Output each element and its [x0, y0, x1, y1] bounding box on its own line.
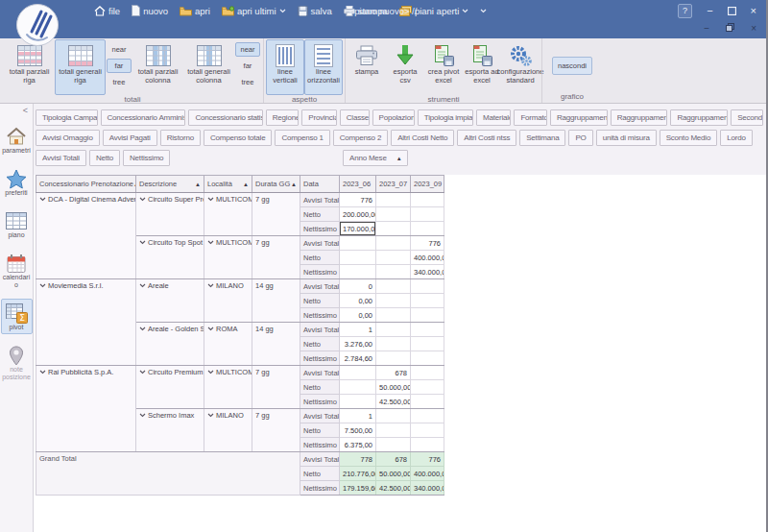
field-chip-po[interactable]: PO — [568, 130, 592, 146]
value-cell[interactable]: 0,00 — [340, 308, 376, 323]
menu-item-piani-aperti[interactable]: piani aperti — [394, 0, 474, 21]
value-cell[interactable] — [376, 265, 411, 279]
measure-label-cell[interactable]: Avvisi Totali — [300, 323, 340, 337]
value-cell[interactable] — [411, 395, 444, 409]
field-chip-avvisi-omaggio[interactable]: Avvisi Omaggio — [36, 130, 100, 146]
crea-pivot-excel-button[interactable]: crea pivot excel — [424, 39, 463, 95]
sidebar-item-calendario[interactable]: calendario — [1, 249, 33, 292]
column-header-concessionario-prenotazione[interactable]: Concessionario Prenotazione▲ — [36, 176, 136, 193]
row-group-localita[interactable]: MULTICOMUNE — [204, 236, 252, 279]
mdi-minimize-button[interactable]: − — [704, 24, 709, 34]
esporta-ad-excel-button[interactable]: esporta ad excel — [463, 39, 501, 95]
column-header-2023-09[interactable]: 2023_09 — [411, 176, 444, 193]
linee-orizzontali-button[interactable]: linee orizzontali — [304, 39, 343, 95]
field-chip-altri-costi-ntss[interactable]: Altri Costi ntss — [457, 130, 516, 146]
measure-label-cell[interactable]: Nettissimo — [300, 308, 340, 323]
grand-total-value-cell[interactable]: 340.000,00 — [411, 481, 444, 496]
row-group-descrizione[interactable]: Areale - Golden Spot — [136, 323, 204, 366]
field-chip-avvisi-totali[interactable]: Avvisi Totali — [36, 150, 86, 166]
value-cell[interactable]: 0,00 — [340, 294, 376, 308]
field-chip-materiale[interactable]: Materiale — [476, 109, 511, 126]
measure-label-cell[interactable]: Netto — [300, 423, 340, 438]
row-group-concessionario[interactable]: Rai Pubblicità S.p.A. — [36, 366, 136, 452]
value-cell[interactable] — [376, 409, 411, 423]
field-chip-tipologia-impianto[interactable]: Tipologia impianto — [418, 109, 473, 126]
value-cell[interactable] — [376, 438, 411, 452]
value-cell[interactable]: 6.375,00 — [340, 438, 376, 452]
value-cell[interactable]: 678 — [376, 366, 411, 380]
grand-total-value-cell[interactable]: 778 — [340, 452, 376, 467]
sidebar-item-piano[interactable]: piano — [1, 206, 33, 242]
field-chip-anno-mese[interactable]: Anno Mese▲ — [343, 150, 408, 166]
row-group-concessionario[interactable]: DCA - Digital Cinema Advertising S.r.l. — [36, 193, 136, 279]
value-cell[interactable] — [340, 380, 376, 395]
totali-generali-colonna-button[interactable]: totali generali colonna — [183, 39, 234, 95]
measure-label-cell[interactable]: Netto — [300, 467, 340, 481]
maximize-button[interactable] — [728, 7, 736, 15]
value-cell[interactable] — [376, 251, 411, 265]
sidebar-collapse-icon[interactable]: < — [18, 104, 33, 115]
value-cell[interactable]: 7.500,00 — [340, 423, 376, 438]
measure-label-cell[interactable]: Nettissimo — [300, 222, 340, 236]
row-group-descrizione[interactable]: Schermo Imax — [136, 409, 204, 452]
help-button[interactable]: ? — [678, 4, 692, 18]
row-group-localita[interactable]: MILANO — [204, 279, 252, 323]
near-toggle-button[interactable]: near — [235, 42, 260, 57]
measure-label-cell[interactable]: Netto — [300, 251, 340, 265]
totali-generali-riga-button[interactable]: totali generali riga — [55, 39, 106, 95]
measure-label-cell[interactable]: Avvisi Totali — [300, 193, 340, 207]
value-cell[interactable] — [411, 323, 444, 337]
row-group-localita[interactable]: MULTICOMUNE — [204, 193, 252, 236]
value-cell[interactable] — [411, 366, 444, 380]
measure-label-cell[interactable]: Avvisi Totali — [300, 366, 340, 380]
sidebar-item-preferiti[interactable]: preferiti — [1, 164, 33, 200]
row-group-durata[interactable]: 14 gg — [252, 279, 300, 323]
value-cell[interactable]: 50.000,00 — [376, 380, 411, 395]
field-chip-popolazione[interactable]: Popolazione — [372, 109, 415, 126]
field-chip-concessionario-amministrativo[interactable]: Concessionario Amministrativo — [101, 109, 186, 126]
column-header-descrizione[interactable]: Descrizione▲ — [136, 176, 204, 193]
value-cell[interactable] — [376, 337, 411, 351]
measure-label-cell[interactable]: Avvisi Totali — [300, 279, 340, 294]
field-chip-formato[interactable]: Formato — [514, 109, 547, 126]
measure-label-cell[interactable]: Netto — [300, 294, 340, 308]
measure-label-cell[interactable]: Netto — [300, 380, 340, 395]
menu-item-apri-ultimi[interactable]: apri ultimi — [216, 0, 292, 21]
value-cell[interactable] — [411, 380, 444, 395]
measure-label-cell[interactable]: Nettissimo — [300, 481, 340, 496]
field-chip-avvisi-pagati[interactable]: Avvisi Pagati — [103, 130, 157, 146]
value-cell[interactable] — [411, 193, 444, 207]
tree-toggle-button[interactable]: tree — [235, 75, 260, 89]
row-group-descrizione[interactable]: Circuito Top Spot — [136, 236, 204, 279]
near-toggle-button[interactable]: near — [107, 42, 132, 57]
menu-item-file[interactable]: file — [88, 0, 126, 21]
minimize-button[interactable]: − — [707, 6, 712, 16]
value-cell[interactable] — [376, 222, 411, 236]
measure-label-cell[interactable]: Avvisi Totali — [300, 452, 340, 467]
row-group-localita[interactable]: MILANO — [204, 409, 252, 452]
close-button[interactable]: × — [751, 6, 756, 16]
measure-label-cell[interactable]: Avvisi Totali — [300, 236, 340, 251]
grand-total-value-cell[interactable]: 42.500,00 — [376, 481, 411, 496]
sidebar-item-parametri[interactable]: parametri — [1, 122, 33, 157]
row-group-localita[interactable]: ROMA — [204, 323, 252, 366]
value-cell[interactable] — [411, 337, 444, 351]
value-cell[interactable] — [340, 265, 376, 279]
row-group-durata[interactable]: 7 gg — [252, 409, 300, 452]
measure-label-cell[interactable]: Avvisi Totali — [300, 409, 340, 423]
menu-item-apri[interactable]: apri — [174, 0, 216, 21]
grand-total-value-cell[interactable]: 400.000,00 — [411, 467, 444, 481]
grand-total-value-cell[interactable]: 776 — [411, 452, 444, 467]
measure-label-cell[interactable]: Nettissimo — [300, 395, 340, 409]
row-group-durata[interactable]: 7 gg — [252, 236, 300, 279]
column-header-localit[interactable]: Località▲ — [204, 176, 252, 193]
column-header-durata-gg[interactable]: Durata GG▲ — [252, 176, 300, 193]
grand-total-value-cell[interactable]: 678 — [376, 452, 411, 467]
value-cell[interactable] — [376, 308, 411, 323]
field-chip-concessionario-statistiche[interactable]: Concessionario statistiche — [188, 109, 262, 126]
value-cell[interactable]: 400.000,00 — [411, 251, 444, 265]
value-cell[interactable]: 170.000,00 — [340, 222, 376, 236]
value-cell[interactable] — [376, 323, 411, 337]
configurazione-standard-button[interactable]: configurazione standard — [501, 39, 540, 95]
field-chip-netto[interactable]: Netto — [89, 150, 120, 166]
